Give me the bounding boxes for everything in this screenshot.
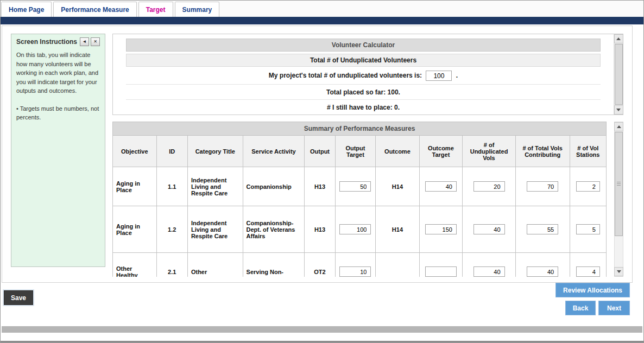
cell-unduplicated-vols [463,206,516,253]
main-panel: Volunteer Calculator Total # of Unduplic… [112,34,623,277]
total-vols-contributing-input[interactable] [527,181,558,192]
column-header-output: Output [305,136,335,167]
cell-service-activity: Companionship-Dept. of Veterans Affairs [243,206,305,253]
sentence-period: . [456,72,458,79]
outcome-target-input[interactable] [425,181,457,192]
cell-unduplicated-vols [463,253,516,277]
column-header-service-activity: Service Activity [243,136,305,167]
down-arrow-icon [617,270,621,273]
column-header-unduplicated-vols: # of Unduplicated Vols [463,136,516,167]
tab-bar: Home Page Performance Measure Target Sum… [1,1,643,17]
calculator-scrollbar[interactable] [614,34,623,115]
volunteer-calculator-content: Volunteer Calculator Total # of Unduplic… [113,34,614,115]
calculator-title: Volunteer Calculator [126,39,601,52]
cell-unduplicated-vols [463,167,516,206]
cell-service-activity: Companionship [243,167,305,206]
table-row: Aging in Place 1.2 Independent Living an… [113,206,607,253]
column-header-objective: Objective [113,136,157,167]
cell-vol-stations [570,167,607,206]
unduplicated-vols-input[interactable] [473,224,505,234]
unduplicated-vols-input[interactable] [473,266,505,277]
column-header-output-target: Output Target [335,136,375,167]
outcome-target-input[interactable] [425,266,457,277]
cell-total-vols-contributing [515,253,570,277]
next-button[interactable]: Next [598,301,630,315]
cell-category-title: Independent Living and Respite Care [187,167,243,206]
column-header-outcome: Outcome [376,136,420,167]
cell-output: H13 [305,167,335,206]
volunteer-calculator: Volunteer Calculator Total # of Unduplic… [112,34,623,115]
scroll-down-button[interactable] [614,267,623,276]
table-scrollbar[interactable] [614,122,623,277]
cell-category-title: Other [187,253,243,277]
cell-outcome: H14 [376,167,420,206]
table-row: Other Healthy 2.1 Other Serving Non- OT2 [113,253,607,277]
total-placed-text: Total placed so far: 100. [126,85,601,100]
column-header-vol-stations: # of Vol Stations [570,136,607,167]
unduplicated-volunteers-label: My project's total # of unduplicated vol… [269,72,422,79]
panel-collapse-button[interactable]: ◄ [80,37,89,46]
output-target-input[interactable] [339,181,371,192]
column-header-outcome-target: Outcome Target [419,136,463,167]
screen-instructions-panel: Screen Instructions ◄ ✕ On this tab, you… [11,34,105,267]
column-header-total-vols-contributing: # of Total Vols Contributing [515,136,570,167]
cell-outcome-target [419,253,463,277]
scroll-up-button[interactable] [614,34,623,43]
header-bar [1,17,643,24]
scroll-up-button[interactable] [614,122,623,131]
cell-output-target [335,253,375,277]
cell-objective: Other Healthy [113,253,157,277]
screen-instructions-title: Screen Instructions [16,38,78,46]
cell-total-vols-contributing [515,206,570,253]
cell-output: OT2 [305,253,335,277]
down-arrow-icon [616,109,621,111]
save-button[interactable]: Save [4,290,33,305]
screen-instructions-header: Screen Instructions ◄ ✕ [16,37,100,46]
unduplicated-volunteers-input[interactable] [426,71,452,81]
calculator-subtitle: Total # of Unduplicated Volunteers [126,54,601,67]
vol-stations-input[interactable] [576,266,600,277]
footer-bar [2,326,642,333]
cell-id: 2.1 [156,253,187,277]
back-button[interactable]: Back [565,301,596,315]
cell-outcome [376,253,420,277]
cell-output: H13 [305,206,335,253]
scrollbar-thumb[interactable] [615,44,623,105]
cell-objective: Aging in Place [113,206,157,253]
performance-measures-section: Summary of Performance Measures Objectiv… [112,122,623,277]
column-header-id: ID [156,136,187,167]
performance-measures-table-wrap: Summary of Performance Measures Objectiv… [112,122,607,277]
table-header-row: Objective ID Category Title Service Acti… [113,136,607,167]
scroll-down-button[interactable] [614,105,623,115]
up-arrow-icon [616,37,621,40]
output-target-input[interactable] [339,266,371,277]
window-bottom-edge [1,341,643,342]
left-arrow-icon: ◄ [83,39,87,44]
instructions-note: • Targets must be numbers, not percents. [16,104,100,122]
cell-output-target [335,167,375,206]
cell-outcome: H14 [376,206,420,253]
application-window: Home Page Performance Measure Target Sum… [0,0,644,343]
unduplicated-vols-input[interactable] [473,181,505,192]
close-icon: ✕ [93,39,97,44]
scrollbar-thumb[interactable] [615,132,623,236]
tab-summary[interactable]: Summary [175,2,220,17]
output-target-input[interactable] [339,224,371,234]
thumb-grip-icon [617,182,621,186]
total-vols-contributing-input[interactable] [527,224,558,234]
vol-stations-input[interactable] [576,181,600,192]
cell-vol-stations [570,206,607,253]
tab-performance-measure[interactable]: Performance Measure [53,2,136,17]
cell-outcome-target [419,206,463,253]
action-button-area: Save Review Allocations Back Next [1,283,643,326]
cell-objective: Aging in Place [113,167,157,206]
performance-measures-title: Summary of Performance Measures [112,122,607,136]
tab-home-page[interactable]: Home Page [1,2,52,17]
cell-outcome-target [419,167,463,206]
total-vols-contributing-input[interactable] [527,266,558,277]
panel-close-button[interactable]: ✕ [91,37,100,46]
vol-stations-input[interactable] [576,224,600,234]
tab-target[interactable]: Target [138,2,173,17]
outcome-target-input[interactable] [425,224,457,234]
review-allocations-button[interactable]: Review Allocations [555,283,630,297]
